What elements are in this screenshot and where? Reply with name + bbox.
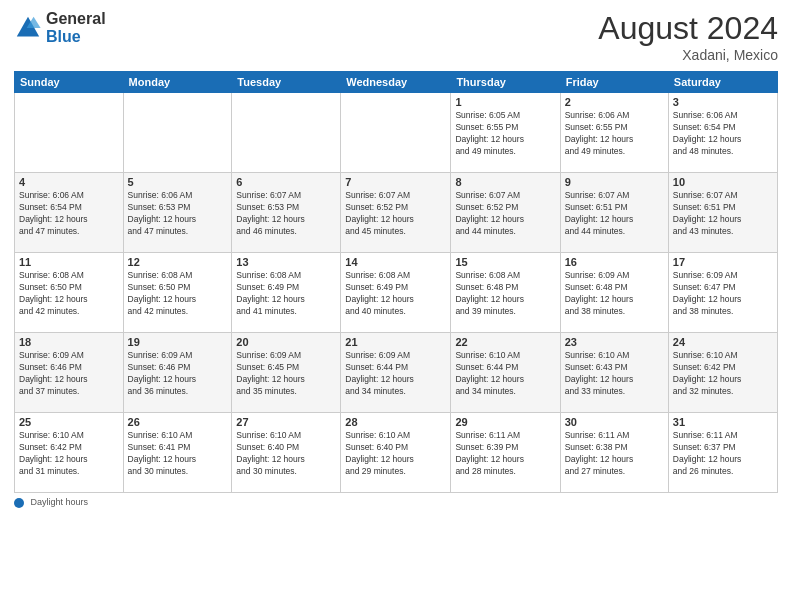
daylight-dot bbox=[14, 498, 24, 508]
calendar-cell: 7Sunrise: 6:07 AM Sunset: 6:52 PM Daylig… bbox=[341, 173, 451, 253]
calendar-cell: 3Sunrise: 6:06 AM Sunset: 6:54 PM Daylig… bbox=[668, 93, 777, 173]
calendar-cell: 30Sunrise: 6:11 AM Sunset: 6:38 PM Dayli… bbox=[560, 413, 668, 493]
day-number: 11 bbox=[19, 256, 119, 268]
day-number: 22 bbox=[455, 336, 555, 348]
day-number: 15 bbox=[455, 256, 555, 268]
day-info: Sunrise: 6:10 AM Sunset: 6:41 PM Dayligh… bbox=[128, 430, 228, 478]
day-number: 31 bbox=[673, 416, 773, 428]
day-number: 24 bbox=[673, 336, 773, 348]
calendar-cell: 27Sunrise: 6:10 AM Sunset: 6:40 PM Dayli… bbox=[232, 413, 341, 493]
logo-general: General bbox=[46, 10, 106, 28]
day-number: 18 bbox=[19, 336, 119, 348]
day-number: 10 bbox=[673, 176, 773, 188]
day-number: 16 bbox=[565, 256, 664, 268]
day-info: Sunrise: 6:11 AM Sunset: 6:38 PM Dayligh… bbox=[565, 430, 664, 478]
day-info: Sunrise: 6:10 AM Sunset: 6:42 PM Dayligh… bbox=[19, 430, 119, 478]
calendar-cell: 14Sunrise: 6:08 AM Sunset: 6:49 PM Dayli… bbox=[341, 253, 451, 333]
day-info: Sunrise: 6:08 AM Sunset: 6:49 PM Dayligh… bbox=[345, 270, 446, 318]
day-info: Sunrise: 6:07 AM Sunset: 6:52 PM Dayligh… bbox=[455, 190, 555, 238]
calendar-table: SundayMondayTuesdayWednesdayThursdayFrid… bbox=[14, 71, 778, 493]
calendar-cell: 15Sunrise: 6:08 AM Sunset: 6:48 PM Dayli… bbox=[451, 253, 560, 333]
day-info: Sunrise: 6:10 AM Sunset: 6:40 PM Dayligh… bbox=[345, 430, 446, 478]
day-number: 17 bbox=[673, 256, 773, 268]
day-number: 5 bbox=[128, 176, 228, 188]
day-info: Sunrise: 6:10 AM Sunset: 6:42 PM Dayligh… bbox=[673, 350, 773, 398]
day-info: Sunrise: 6:06 AM Sunset: 6:55 PM Dayligh… bbox=[565, 110, 664, 158]
calendar-cell: 31Sunrise: 6:11 AM Sunset: 6:37 PM Dayli… bbox=[668, 413, 777, 493]
day-info: Sunrise: 6:10 AM Sunset: 6:44 PM Dayligh… bbox=[455, 350, 555, 398]
day-info: Sunrise: 6:08 AM Sunset: 6:48 PM Dayligh… bbox=[455, 270, 555, 318]
calendar-cell: 6Sunrise: 6:07 AM Sunset: 6:53 PM Daylig… bbox=[232, 173, 341, 253]
header-row: SundayMondayTuesdayWednesdayThursdayFrid… bbox=[15, 72, 778, 93]
day-info: Sunrise: 6:10 AM Sunset: 6:40 PM Dayligh… bbox=[236, 430, 336, 478]
day-info: Sunrise: 6:09 AM Sunset: 6:47 PM Dayligh… bbox=[673, 270, 773, 318]
day-number: 3 bbox=[673, 96, 773, 108]
calendar-cell bbox=[341, 93, 451, 173]
day-info: Sunrise: 6:09 AM Sunset: 6:45 PM Dayligh… bbox=[236, 350, 336, 398]
day-info: Sunrise: 6:11 AM Sunset: 6:37 PM Dayligh… bbox=[673, 430, 773, 478]
day-number: 4 bbox=[19, 176, 119, 188]
day-info: Sunrise: 6:07 AM Sunset: 6:51 PM Dayligh… bbox=[673, 190, 773, 238]
day-of-week-header: Saturday bbox=[668, 72, 777, 93]
location: Xadani, Mexico bbox=[598, 47, 778, 63]
day-number: 26 bbox=[128, 416, 228, 428]
day-number: 6 bbox=[236, 176, 336, 188]
day-number: 21 bbox=[345, 336, 446, 348]
logo-icon bbox=[14, 14, 42, 42]
logo-text: General Blue bbox=[46, 10, 106, 45]
calendar-cell: 12Sunrise: 6:08 AM Sunset: 6:50 PM Dayli… bbox=[123, 253, 232, 333]
calendar-cell: 8Sunrise: 6:07 AM Sunset: 6:52 PM Daylig… bbox=[451, 173, 560, 253]
day-number: 25 bbox=[19, 416, 119, 428]
day-number: 2 bbox=[565, 96, 664, 108]
logo-blue: Blue bbox=[46, 28, 106, 46]
day-info: Sunrise: 6:09 AM Sunset: 6:44 PM Dayligh… bbox=[345, 350, 446, 398]
day-of-week-header: Sunday bbox=[15, 72, 124, 93]
day-number: 9 bbox=[565, 176, 664, 188]
calendar-cell: 23Sunrise: 6:10 AM Sunset: 6:43 PM Dayli… bbox=[560, 333, 668, 413]
main-container: General Blue August 2024 Xadani, Mexico … bbox=[0, 0, 792, 612]
calendar-cell bbox=[232, 93, 341, 173]
day-info: Sunrise: 6:06 AM Sunset: 6:53 PM Dayligh… bbox=[128, 190, 228, 238]
calendar-cell: 17Sunrise: 6:09 AM Sunset: 6:47 PM Dayli… bbox=[668, 253, 777, 333]
calendar-week-row: 18Sunrise: 6:09 AM Sunset: 6:46 PM Dayli… bbox=[15, 333, 778, 413]
calendar-week-row: 1Sunrise: 6:05 AM Sunset: 6:55 PM Daylig… bbox=[15, 93, 778, 173]
calendar-cell: 26Sunrise: 6:10 AM Sunset: 6:41 PM Dayli… bbox=[123, 413, 232, 493]
calendar-header: SundayMondayTuesdayWednesdayThursdayFrid… bbox=[15, 72, 778, 93]
day-number: 29 bbox=[455, 416, 555, 428]
calendar-week-row: 25Sunrise: 6:10 AM Sunset: 6:42 PM Dayli… bbox=[15, 413, 778, 493]
month-title: August 2024 bbox=[598, 10, 778, 47]
day-info: Sunrise: 6:06 AM Sunset: 6:54 PM Dayligh… bbox=[19, 190, 119, 238]
calendar-cell bbox=[123, 93, 232, 173]
calendar-week-row: 4Sunrise: 6:06 AM Sunset: 6:54 PM Daylig… bbox=[15, 173, 778, 253]
day-number: 23 bbox=[565, 336, 664, 348]
calendar-cell: 19Sunrise: 6:09 AM Sunset: 6:46 PM Dayli… bbox=[123, 333, 232, 413]
day-number: 8 bbox=[455, 176, 555, 188]
calendar-cell: 16Sunrise: 6:09 AM Sunset: 6:48 PM Dayli… bbox=[560, 253, 668, 333]
day-number: 27 bbox=[236, 416, 336, 428]
calendar-cell: 11Sunrise: 6:08 AM Sunset: 6:50 PM Dayli… bbox=[15, 253, 124, 333]
day-number: 13 bbox=[236, 256, 336, 268]
day-info: Sunrise: 6:07 AM Sunset: 6:51 PM Dayligh… bbox=[565, 190, 664, 238]
calendar-cell: 22Sunrise: 6:10 AM Sunset: 6:44 PM Dayli… bbox=[451, 333, 560, 413]
day-info: Sunrise: 6:08 AM Sunset: 6:50 PM Dayligh… bbox=[128, 270, 228, 318]
day-number: 1 bbox=[455, 96, 555, 108]
day-number: 14 bbox=[345, 256, 446, 268]
day-info: Sunrise: 6:09 AM Sunset: 6:48 PM Dayligh… bbox=[565, 270, 664, 318]
day-info: Sunrise: 6:08 AM Sunset: 6:50 PM Dayligh… bbox=[19, 270, 119, 318]
day-info: Sunrise: 6:09 AM Sunset: 6:46 PM Dayligh… bbox=[128, 350, 228, 398]
day-info: Sunrise: 6:09 AM Sunset: 6:46 PM Dayligh… bbox=[19, 350, 119, 398]
calendar-cell: 10Sunrise: 6:07 AM Sunset: 6:51 PM Dayli… bbox=[668, 173, 777, 253]
footer: Daylight hours bbox=[14, 497, 778, 508]
calendar-cell: 18Sunrise: 6:09 AM Sunset: 6:46 PM Dayli… bbox=[15, 333, 124, 413]
calendar-cell: 13Sunrise: 6:08 AM Sunset: 6:49 PM Dayli… bbox=[232, 253, 341, 333]
day-number: 20 bbox=[236, 336, 336, 348]
calendar-cell: 5Sunrise: 6:06 AM Sunset: 6:53 PM Daylig… bbox=[123, 173, 232, 253]
day-info: Sunrise: 6:07 AM Sunset: 6:52 PM Dayligh… bbox=[345, 190, 446, 238]
calendar-cell: 25Sunrise: 6:10 AM Sunset: 6:42 PM Dayli… bbox=[15, 413, 124, 493]
calendar-body: 1Sunrise: 6:05 AM Sunset: 6:55 PM Daylig… bbox=[15, 93, 778, 493]
calendar-cell bbox=[15, 93, 124, 173]
calendar-cell: 20Sunrise: 6:09 AM Sunset: 6:45 PM Dayli… bbox=[232, 333, 341, 413]
day-number: 12 bbox=[128, 256, 228, 268]
calendar-cell: 29Sunrise: 6:11 AM Sunset: 6:39 PM Dayli… bbox=[451, 413, 560, 493]
day-info: Sunrise: 6:07 AM Sunset: 6:53 PM Dayligh… bbox=[236, 190, 336, 238]
